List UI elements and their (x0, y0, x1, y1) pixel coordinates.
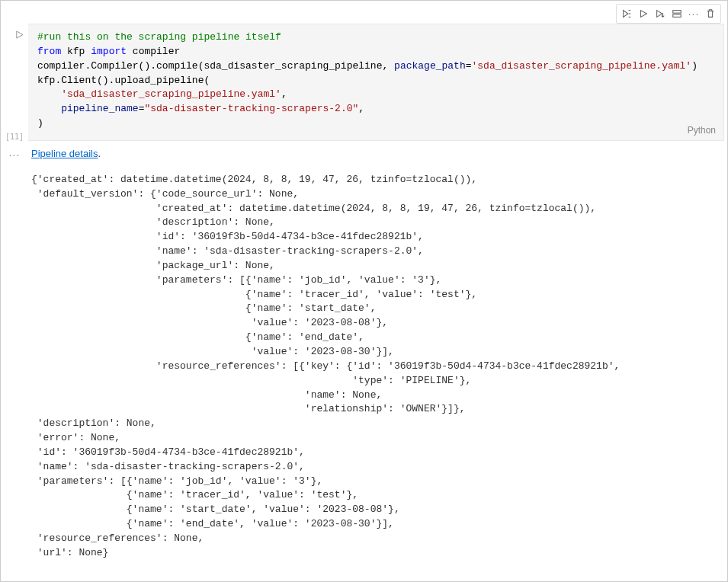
cell-toolbar: ··· (616, 4, 721, 24)
cell-gutter: [11] (1, 24, 28, 141)
execution-count: [11] (1, 133, 24, 141)
cell-output: ··· Pipeline details. {'created_at': dat… (1, 147, 727, 567)
more-actions-icon[interactable]: ··· (685, 6, 702, 21)
language-label[interactable]: Python (688, 124, 716, 137)
link-dot: . (98, 148, 101, 159)
run-cell-button[interactable] (1, 30, 24, 41)
notebook-cell-container: ··· [11] #run this on the scraping pipel… (0, 0, 728, 582)
svg-marker-9 (17, 31, 23, 38)
svg-marker-0 (624, 11, 628, 18)
split-cell-icon[interactable] (669, 6, 685, 21)
svg-marker-4 (641, 11, 647, 18)
delete-cell-icon[interactable] (702, 6, 719, 21)
run-cell-icon[interactable] (635, 6, 652, 21)
code-editor[interactable]: #run this on the scraping pipeline itsel… (28, 24, 724, 141)
run-by-line-icon[interactable] (618, 6, 635, 21)
pipeline-details-link[interactable]: Pipeline details (31, 148, 98, 159)
output-area: Pipeline details. {'created_at': datetim… (28, 147, 727, 567)
run-cell-and-below-icon[interactable] (652, 6, 669, 21)
svg-rect-7 (673, 11, 681, 14)
svg-rect-8 (673, 14, 681, 18)
output-text: {'created_at': datetime.datetime(2024, 8… (31, 173, 718, 561)
output-gutter[interactable]: ··· (1, 147, 28, 567)
